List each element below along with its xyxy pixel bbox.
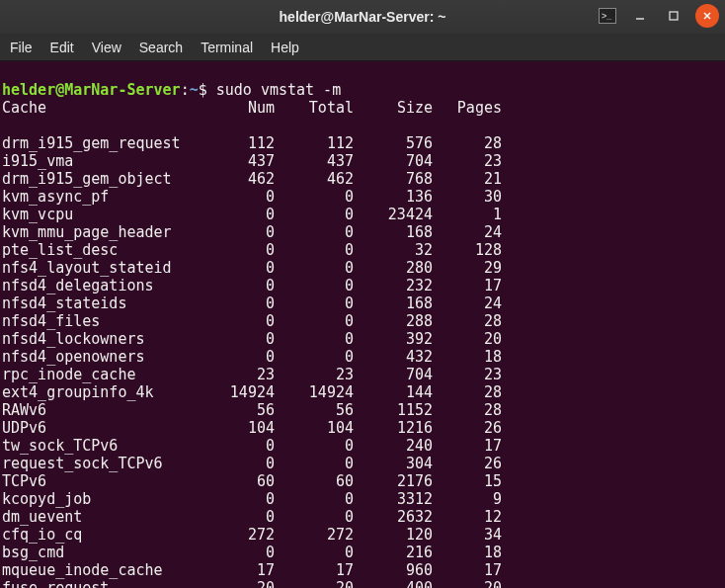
table-row: dm_uevent00263212 [2, 508, 721, 526]
cell-c3: 168 [358, 294, 437, 312]
menu-help[interactable]: Help [271, 40, 299, 55]
cell-c0: cfq_io_cq [2, 526, 209, 544]
cell-c2: 23 [279, 366, 358, 383]
cell-c2: 462 [279, 170, 358, 188]
cell-c0: UDPv6 [2, 419, 209, 437]
prompt-path: ~ [190, 81, 199, 99]
cell-c4: 21 [437, 170, 506, 188]
cell-c1: 17 [209, 561, 279, 579]
cell-c1: 112 [209, 134, 279, 152]
cell-c2: 272 [279, 526, 358, 544]
maximize-button[interactable] [662, 4, 685, 28]
cell-c2: 0 [279, 330, 358, 348]
cell-c0: kvm_mmu_page_header [2, 223, 209, 241]
table-row: RAWv65656115228 [2, 401, 721, 419]
cell-c3: 392 [358, 330, 437, 348]
cell-c1: 272 [209, 526, 279, 544]
table-row: TCPv66060217615 [2, 472, 721, 490]
table-row: pte_list_desc0032128 [2, 241, 721, 259]
table-row: drm_i915_gem_request11211257628 [2, 134, 721, 152]
menu-terminal[interactable]: Terminal [201, 40, 253, 55]
cell-c4: 18 [437, 348, 506, 366]
menu-file[interactable]: File [10, 40, 33, 55]
cell-c4: 28 [437, 401, 506, 419]
cell-c0: bsg_cmd [2, 544, 209, 561]
cell-c3: 960 [358, 561, 437, 579]
cell-c2: 0 [279, 259, 358, 277]
cell-c4: 23 [437, 152, 506, 170]
cell-c2: 437 [279, 152, 358, 170]
cell-c1: 0 [209, 277, 279, 294]
cell-c4: 128 [437, 241, 506, 259]
cell-c0: RAWv6 [2, 401, 209, 419]
cell-c4: 28 [437, 134, 506, 152]
cell-c2: 0 [279, 544, 358, 561]
cell-c4: 18 [437, 544, 506, 561]
cell-c1: 0 [209, 455, 279, 472]
cell-c3: 400 [358, 579, 437, 588]
cell-c3: 1216 [358, 419, 437, 437]
cell-c1: 14924 [209, 383, 279, 401]
table-row: nfsd4_lockowners0039220 [2, 330, 721, 348]
prompt-command: sudo vmstat -m [216, 81, 341, 99]
cell-c2: 0 [279, 455, 358, 472]
table-row: nfsd4_stateids0016824 [2, 294, 721, 312]
table-row: rpc_inode_cache232370423 [2, 366, 721, 383]
col-header-pages: Pages [437, 99, 506, 117]
col-header-num: Num [209, 99, 279, 117]
cell-c3: 1152 [358, 401, 437, 419]
cell-c2: 0 [279, 508, 358, 526]
titlebar: helder@MarNar-Server: ~ >_ [0, 0, 725, 34]
table-row: bsg_cmd0021618 [2, 544, 721, 561]
menu-search[interactable]: Search [139, 40, 183, 55]
cell-c0: nfsd4_lockowners [2, 330, 209, 348]
cell-c2: 0 [279, 312, 358, 330]
table-row: nfsd4_openowners0043218 [2, 348, 721, 366]
cell-c0: rpc_inode_cache [2, 366, 209, 383]
cell-c1: 60 [209, 472, 279, 490]
cell-c2: 0 [279, 437, 358, 455]
close-button[interactable] [695, 4, 719, 28]
menu-view[interactable]: View [92, 40, 121, 55]
menu-edit[interactable]: Edit [50, 40, 74, 55]
cell-c1: 20 [209, 579, 279, 588]
cell-c3: 32 [358, 241, 437, 259]
cell-c3: 2632 [358, 508, 437, 526]
col-header-cache: Cache [2, 99, 209, 117]
cell-c3: 232 [358, 277, 437, 294]
cell-c1: 0 [209, 437, 279, 455]
cell-c4: 30 [437, 188, 506, 206]
minimize-button[interactable] [628, 4, 652, 28]
cell-c0: drm_i915_gem_request [2, 134, 209, 152]
cell-c3: 768 [358, 170, 437, 188]
cell-c2: 112 [279, 134, 358, 152]
cell-c1: 0 [209, 188, 279, 206]
cell-c0: i915_vma [2, 152, 209, 170]
table-row: drm_i915_gem_object46246276821 [2, 170, 721, 188]
cell-c1: 0 [209, 508, 279, 526]
cell-c0: ext4_groupinfo_4k [2, 383, 209, 401]
cell-c3: 144 [358, 383, 437, 401]
window-controls [628, 4, 719, 28]
cell-c0: TCPv6 [2, 472, 209, 490]
cell-c4: 24 [437, 223, 506, 241]
cell-c3: 216 [358, 544, 437, 561]
cell-c0: kcopyd_job [2, 490, 209, 508]
terminal-output[interactable]: helder@MarNar-Server:~$ sudo vmstat -m C… [0, 61, 725, 588]
cell-c4: 1 [437, 206, 506, 223]
cell-c4: 34 [437, 526, 506, 544]
cell-c1: 23 [209, 366, 279, 383]
cell-c4: 23 [437, 366, 506, 383]
table-row: nfsd4_delegations0023217 [2, 277, 721, 294]
cell-c4: 29 [437, 259, 506, 277]
col-header-size: Size [358, 99, 437, 117]
cell-c4: 15 [437, 472, 506, 490]
prompt-user-host: helder@MarNar-Server [2, 81, 181, 99]
cell-c1: 0 [209, 259, 279, 277]
prompt-colon: : [181, 81, 190, 99]
cell-c4: 20 [437, 330, 506, 348]
cell-c2: 0 [279, 490, 358, 508]
cell-c4: 28 [437, 312, 506, 330]
table-row: request_sock_TCPv60030426 [2, 455, 721, 472]
prompt-dollar: $ [199, 81, 216, 99]
